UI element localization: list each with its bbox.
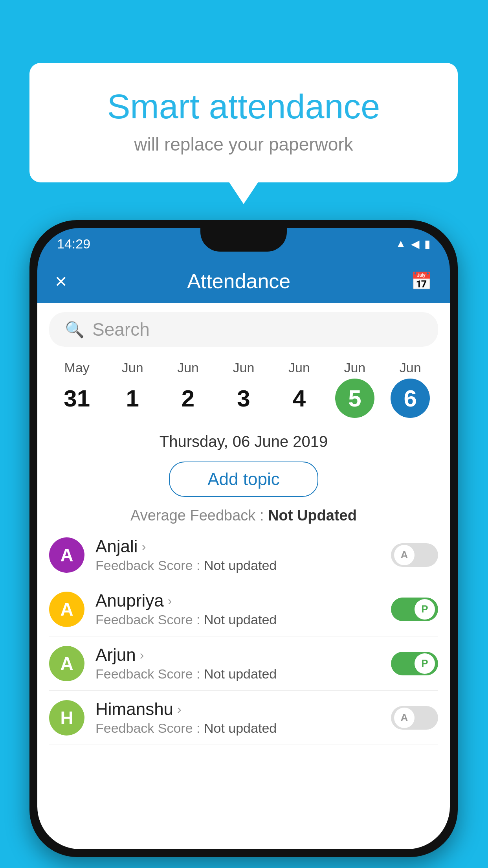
student-info: Anjali › Feedback Score : Not updated <box>95 537 380 573</box>
speech-bubble: Smart attendance will replace your paper… <box>29 63 458 182</box>
speech-bubble-subtitle: will replace your paperwork <box>61 134 426 155</box>
chevron-right-icon: › <box>177 702 182 717</box>
speech-bubble-title: Smart attendance <box>61 86 426 127</box>
student-item: A Anupriya › Feedback Score : Not update… <box>49 582 438 636</box>
phone-frame: 14:29 ▲ ◀ ▮ × Attendance 📅 🔍 Search Ma <box>29 220 458 857</box>
student-item: A Arjun › Feedback Score : Not updated P <box>49 636 438 691</box>
avatar: H <box>49 700 84 736</box>
attendance-toggle[interactable]: P <box>391 652 438 675</box>
avg-feedback: Average Feedback : Not Updated <box>37 502 450 528</box>
date-selector: May 31 Jun 1 Jun 2 <box>37 356 450 426</box>
student-feedback: Feedback Score : Not updated <box>95 721 380 736</box>
student-item: A Anjali › Feedback Score : Not updated … <box>49 528 438 582</box>
student-name[interactable]: Himanshu › <box>95 699 380 719</box>
attendance-toggle[interactable]: P <box>391 598 438 621</box>
date-col-jun6[interactable]: Jun 6 <box>383 360 438 418</box>
student-info: Anupriya › Feedback Score : Not updated <box>95 591 380 627</box>
avg-feedback-label: Average Feedback : Not Updated <box>130 507 357 524</box>
chevron-right-icon: › <box>140 648 144 662</box>
status-time: 14:29 <box>57 236 90 252</box>
attendance-toggle[interactable]: A <box>391 543 438 567</box>
calendar-icon[interactable]: 📅 <box>411 271 432 291</box>
toggle-thumb: A <box>394 545 415 565</box>
attendance-toggle[interactable]: A <box>391 706 438 730</box>
avg-feedback-value: Not Updated <box>268 507 357 524</box>
wifi-icon: ▲ <box>395 237 406 250</box>
chevron-right-icon: › <box>168 594 172 608</box>
date-col-jun3[interactable]: Jun 3 <box>216 360 271 418</box>
selected-date-info: Thursday, 06 June 2019 <box>37 426 450 457</box>
app-content: 🔍 Search May 31 Jun 1 Jun <box>37 303 450 849</box>
avatar: A <box>49 537 84 573</box>
app-header: × Attendance 📅 <box>37 259 450 303</box>
student-feedback: Feedback Score : Not updated <box>95 558 380 573</box>
toggle-thumb: P <box>415 653 435 674</box>
selected-date-text: Thursday, 06 June 2019 <box>160 433 328 450</box>
date-col-jun4[interactable]: Jun 4 <box>272 360 327 418</box>
avatar: A <box>49 592 84 627</box>
student-item: H Himanshu › Feedback Score : Not update… <box>49 691 438 745</box>
student-name[interactable]: Anupriya › <box>95 591 380 611</box>
avatar: A <box>49 646 84 681</box>
header-title: Attendance <box>187 269 290 293</box>
student-list: A Anjali › Feedback Score : Not updated … <box>37 528 450 745</box>
student-info: Himanshu › Feedback Score : Not updated <box>95 699 380 736</box>
chevron-right-icon: › <box>142 539 146 554</box>
battery-icon: ▮ <box>424 237 430 250</box>
search-icon: 🔍 <box>65 320 84 339</box>
toggle-thumb: A <box>394 708 415 728</box>
status-icons: ▲ ◀ ▮ <box>395 237 430 250</box>
date-col-may31[interactable]: May 31 <box>49 360 105 418</box>
student-feedback: Feedback Score : Not updated <box>95 666 380 682</box>
add-topic-button[interactable]: Add topic <box>169 462 318 497</box>
search-placeholder: Search <box>92 319 150 340</box>
signal-icon: ◀ <box>411 237 420 250</box>
close-button[interactable]: × <box>55 269 67 293</box>
student-name[interactable]: Arjun › <box>95 645 380 665</box>
student-feedback: Feedback Score : Not updated <box>95 612 380 627</box>
student-name[interactable]: Anjali › <box>95 537 380 556</box>
date-col-jun5[interactable]: Jun 5 <box>327 360 382 418</box>
student-info: Arjun › Feedback Score : Not updated <box>95 645 380 682</box>
search-bar[interactable]: 🔍 Search <box>49 312 438 347</box>
date-col-jun1[interactable]: Jun 1 <box>105 360 160 418</box>
status-bar: 14:29 ▲ ◀ ▮ <box>37 228 450 259</box>
phone-inner: 14:29 ▲ ◀ ▮ × Attendance 📅 🔍 Search Ma <box>37 228 450 849</box>
toggle-thumb: P <box>415 599 435 620</box>
date-col-jun2[interactable]: Jun 2 <box>160 360 216 418</box>
